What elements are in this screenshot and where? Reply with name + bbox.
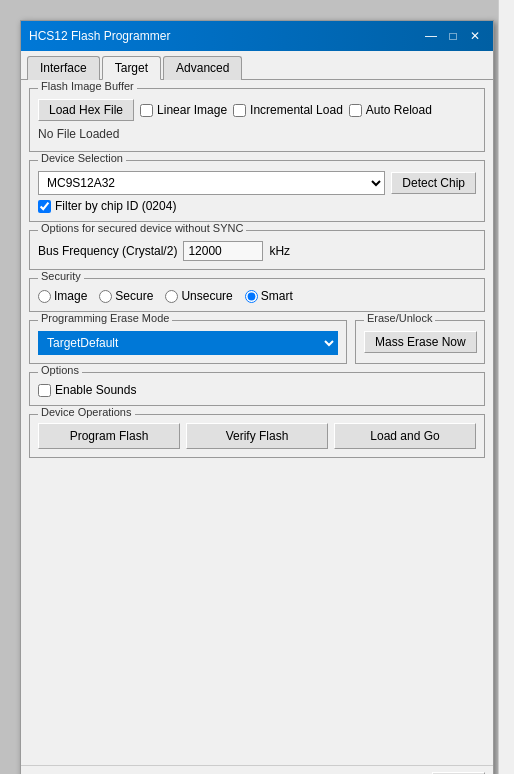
- incremental-load-checkbox[interactable]: [233, 104, 246, 117]
- device-selection-label: Device Selection: [38, 152, 126, 164]
- no-file-text: No File Loaded: [38, 125, 119, 143]
- auto-reload-checkbox[interactable]: [349, 104, 362, 117]
- options-section-content: Enable Sounds: [30, 373, 484, 405]
- tab-target[interactable]: Target: [102, 56, 161, 80]
- bus-freq-row: Bus Frequency (Crystal/2) 12000 kHz: [38, 241, 476, 261]
- content-with-scroll: Flash Image Buffer Load Hex File Linear …: [21, 80, 493, 765]
- device-operations-label: Device Operations: [38, 406, 135, 418]
- device-selection-content: MC9S12A32 Detect Chip Filter by chip ID …: [30, 161, 484, 221]
- sync-options-content: Bus Frequency (Crystal/2) 12000 kHz: [30, 231, 484, 269]
- tab-interface[interactable]: Interface: [27, 56, 100, 80]
- linear-image-checkbox-label[interactable]: Linear Image: [140, 103, 227, 117]
- bus-freq-label: Bus Frequency (Crystal/2): [38, 244, 177, 258]
- erase-unlock-section: Erase/Unlock Mass Erase Now: [355, 320, 485, 364]
- window-title: HCS12 Flash Programmer: [29, 29, 170, 43]
- tab-advanced[interactable]: Advanced: [163, 56, 242, 80]
- load-hex-file-button[interactable]: Load Hex File: [38, 99, 134, 121]
- programming-erase-mode-content: TargetDefault EraseAll EraseAllUnprotect…: [30, 321, 346, 363]
- incremental-load-checkbox-label[interactable]: Incremental Load: [233, 103, 343, 117]
- security-options-row: Image Secure Unsecure: [38, 289, 476, 303]
- security-smart-label[interactable]: Smart: [245, 289, 293, 303]
- device-operations-section: Device Operations Program Flash Verify F…: [29, 414, 485, 458]
- enable-sounds-label[interactable]: Enable Sounds: [38, 383, 476, 397]
- security-unsecure-label[interactable]: Unsecure: [165, 289, 232, 303]
- security-smart-radio[interactable]: [245, 290, 258, 303]
- erase-unlock-label: Erase/Unlock: [364, 312, 435, 324]
- scrollbar[interactable]: [498, 0, 514, 774]
- flash-image-buffer-content: Load Hex File Linear Image Incremental L…: [30, 89, 484, 151]
- window-close-button[interactable]: ✕: [465, 26, 485, 46]
- flash-image-row: Load Hex File Linear Image Incremental L…: [38, 99, 476, 121]
- erase-sections-wrapper: Programming Erase Mode TargetDefault Era…: [29, 320, 485, 364]
- maximize-button[interactable]: □: [443, 26, 463, 46]
- bottom-bar: Close: [21, 765, 493, 774]
- tab-bar: Interface Target Advanced: [21, 51, 493, 80]
- main-window: HCS12 Flash Programmer — □ ✕ Interface T…: [20, 20, 494, 774]
- filter-chip-id-label[interactable]: Filter by chip ID (0204): [38, 199, 176, 213]
- linear-image-checkbox[interactable]: [140, 104, 153, 117]
- empty-space: [29, 466, 485, 646]
- security-section: Security Image Secure: [29, 278, 485, 312]
- content-area: Flash Image Buffer Load Hex File Linear …: [21, 80, 493, 765]
- options-section: Options Enable Sounds: [29, 372, 485, 406]
- device-select-row: MC9S12A32 Detect Chip: [38, 171, 476, 195]
- filter-chip-id-checkbox[interactable]: [38, 200, 51, 213]
- no-file-row: No File Loaded: [38, 125, 476, 143]
- device-selection-section: Device Selection MC9S12A32 Detect Chip F…: [29, 160, 485, 222]
- verify-flash-button[interactable]: Verify Flash: [186, 423, 328, 449]
- flash-image-buffer-label: Flash Image Buffer: [38, 80, 137, 92]
- bus-freq-unit: kHz: [269, 244, 290, 258]
- load-and-go-button[interactable]: Load and Go: [334, 423, 476, 449]
- device-ops-row: Program Flash Verify Flash Load and Go: [30, 415, 484, 457]
- device-select[interactable]: MC9S12A32: [38, 171, 385, 195]
- program-flash-button[interactable]: Program Flash: [38, 423, 180, 449]
- filter-row: Filter by chip ID (0204): [38, 199, 476, 213]
- security-unsecure-radio[interactable]: [165, 290, 178, 303]
- programming-erase-mode-label: Programming Erase Mode: [38, 312, 172, 324]
- erase-unlock-content: Mass Erase Now: [356, 321, 484, 361]
- detect-chip-button[interactable]: Detect Chip: [391, 172, 476, 194]
- erase-mode-select[interactable]: TargetDefault EraseAll EraseAllUnprotect…: [38, 331, 338, 355]
- title-bar: HCS12 Flash Programmer — □ ✕: [21, 21, 493, 51]
- flash-image-buffer-section: Flash Image Buffer Load Hex File Linear …: [29, 88, 485, 152]
- window-inner: Flash Image Buffer Load Hex File Linear …: [21, 80, 493, 774]
- enable-sounds-checkbox[interactable]: [38, 384, 51, 397]
- security-image-label[interactable]: Image: [38, 289, 87, 303]
- security-image-radio[interactable]: [38, 290, 51, 303]
- auto-reload-checkbox-label[interactable]: Auto Reload: [349, 103, 432, 117]
- sync-options-label: Options for secured device without SYNC: [38, 222, 246, 234]
- security-section-label: Security: [38, 270, 84, 282]
- programming-erase-mode-section: Programming Erase Mode TargetDefault Era…: [29, 320, 347, 364]
- security-secure-radio[interactable]: [99, 290, 112, 303]
- security-section-content: Image Secure Unsecure: [30, 279, 484, 311]
- title-bar-buttons: — □ ✕: [421, 26, 485, 46]
- security-secure-label[interactable]: Secure: [99, 289, 153, 303]
- mass-erase-now-button[interactable]: Mass Erase Now: [364, 331, 477, 353]
- minimize-button[interactable]: —: [421, 26, 441, 46]
- bus-freq-input[interactable]: 12000: [183, 241, 263, 261]
- sync-options-section: Options for secured device without SYNC …: [29, 230, 485, 270]
- options-section-label: Options: [38, 364, 82, 376]
